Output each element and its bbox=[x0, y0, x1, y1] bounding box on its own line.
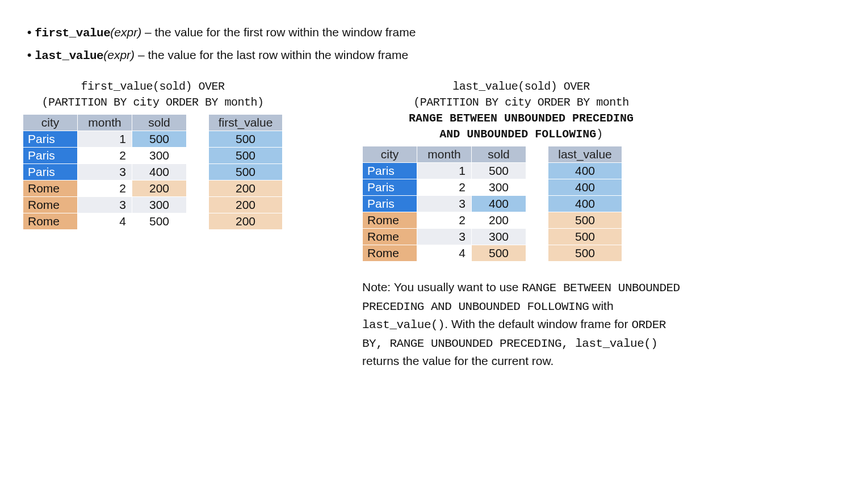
cell-value: 500 bbox=[209, 164, 283, 181]
table-row: Rome3300 bbox=[363, 229, 526, 245]
cell-month: 3 bbox=[78, 164, 132, 181]
cell-value: 200 bbox=[209, 213, 283, 230]
note-code: RANGE UNBOUNDED PRECEDING bbox=[389, 337, 561, 350]
col-value: last_value bbox=[548, 146, 622, 163]
table-row: 500 bbox=[209, 164, 283, 181]
cell-city: Paris bbox=[363, 163, 417, 179]
caption-line-emph: RANGE BETWEEN UNBOUNDED PRECEDING bbox=[409, 112, 634, 125]
cell-sold: 400 bbox=[132, 164, 187, 181]
cell-value: 200 bbox=[209, 197, 283, 213]
col-month: month bbox=[78, 115, 132, 131]
note-code: last_value() bbox=[575, 337, 657, 350]
table-header-row: city month sold bbox=[23, 115, 187, 131]
cell-value: 500 bbox=[209, 131, 283, 148]
first-value-example: first_value(sold) OVER (PARTITION BY cit… bbox=[23, 79, 283, 230]
note-text: Note: You usually want to use bbox=[362, 280, 522, 293]
table-row: Paris3400 bbox=[23, 164, 187, 181]
function-name: last_value bbox=[35, 49, 103, 62]
cell-month: 2 bbox=[78, 181, 132, 197]
result-table: first_value 500500500200200200 bbox=[208, 114, 283, 230]
cell-month: 1 bbox=[78, 131, 132, 148]
table-row: Rome4500 bbox=[23, 213, 187, 230]
col-city: city bbox=[363, 146, 417, 163]
col-sold: sold bbox=[132, 115, 187, 131]
cell-month: 2 bbox=[417, 179, 472, 196]
definition-list: first_value(expr) – the value for the fi… bbox=[27, 23, 845, 65]
table-row: 500 bbox=[209, 148, 283, 164]
table-header-row: first_value bbox=[209, 115, 283, 131]
note-text: returns the value for the current row. bbox=[362, 354, 553, 367]
caption-line: (PARTITION BY city ORDER BY month) bbox=[41, 96, 263, 109]
table-row: Rome2200 bbox=[363, 212, 526, 229]
cell-city: Paris bbox=[23, 148, 78, 164]
table-row: 500 bbox=[548, 229, 622, 245]
cell-value: 500 bbox=[548, 245, 622, 262]
cell-value: 200 bbox=[209, 181, 283, 197]
caption-line: first_value(sold) OVER bbox=[81, 80, 224, 93]
cell-month: 2 bbox=[78, 148, 132, 164]
table-row: 500 bbox=[548, 212, 622, 229]
cell-sold: 500 bbox=[472, 163, 526, 179]
table-row: 400 bbox=[548, 179, 622, 196]
cell-city: Paris bbox=[363, 179, 417, 196]
note-text: with bbox=[589, 299, 613, 312]
table-row: Paris1500 bbox=[23, 131, 187, 148]
function-name: first_value bbox=[35, 27, 110, 40]
definition-item: last_value(expr) – the value for the las… bbox=[27, 45, 845, 66]
cell-month: 2 bbox=[417, 212, 472, 229]
col-sold: sold bbox=[472, 146, 526, 163]
function-arg: (expr) bbox=[103, 48, 135, 61]
cell-city: Paris bbox=[23, 131, 78, 148]
cell-city: Rome bbox=[363, 229, 417, 245]
cell-sold: 500 bbox=[132, 213, 187, 230]
cell-city: Rome bbox=[363, 212, 417, 229]
input-table: city month sold Paris1500Paris2300Paris3… bbox=[23, 114, 187, 230]
cell-city: Rome bbox=[363, 245, 417, 262]
cell-month: 4 bbox=[417, 245, 472, 262]
col-month: month bbox=[417, 146, 472, 163]
cell-month: 3 bbox=[417, 196, 472, 212]
sql-caption: first_value(sold) OVER (PARTITION BY cit… bbox=[23, 79, 283, 111]
cell-city: Paris bbox=[23, 164, 78, 181]
cell-city: Rome bbox=[23, 197, 78, 213]
cell-city: Rome bbox=[23, 181, 78, 197]
col-value: first_value bbox=[209, 115, 283, 131]
table-row: 200 bbox=[209, 181, 283, 197]
last-value-example: last_value(sold) OVER (PARTITION BY city… bbox=[362, 79, 680, 370]
table-row: 400 bbox=[548, 196, 622, 212]
function-desc: – the value for the first row within the… bbox=[141, 26, 416, 39]
table-row: Rome3300 bbox=[23, 197, 187, 213]
note-text: . With the default window frame for bbox=[445, 317, 631, 330]
cell-month: 1 bbox=[417, 163, 472, 179]
cell-city: Paris bbox=[363, 196, 417, 212]
note-text: , bbox=[561, 337, 575, 350]
cell-value: 400 bbox=[548, 179, 622, 196]
function-arg: (expr) bbox=[110, 26, 141, 39]
note-text: , bbox=[376, 337, 389, 350]
note-paragraph: Note: You usually want to use RANGE BETW… bbox=[362, 279, 680, 370]
cell-value: 400 bbox=[548, 196, 622, 212]
cell-city: Rome bbox=[23, 213, 78, 230]
cell-sold: 500 bbox=[132, 131, 187, 148]
cell-sold: 300 bbox=[132, 148, 187, 164]
table-row: 400 bbox=[548, 163, 622, 179]
cell-month: 4 bbox=[78, 213, 132, 230]
cell-sold: 200 bbox=[132, 181, 187, 197]
cell-sold: 400 bbox=[472, 196, 526, 212]
cell-sold: 300 bbox=[132, 197, 187, 213]
col-city: city bbox=[23, 115, 78, 131]
caption-line-emph: AND UNBOUNDED FOLLOWING bbox=[439, 128, 596, 141]
caption-line: ) bbox=[596, 128, 603, 141]
cell-sold: 200 bbox=[472, 212, 526, 229]
cell-value: 500 bbox=[548, 229, 622, 245]
function-desc: – the value for the last row within the … bbox=[135, 48, 408, 61]
definition-item: first_value(expr) – the value for the fi… bbox=[27, 23, 845, 43]
cell-sold: 300 bbox=[472, 229, 526, 245]
table-row: Paris1500 bbox=[363, 163, 526, 179]
result-table: last_value 400400400500500500 bbox=[548, 146, 622, 262]
table-header-row: last_value bbox=[548, 146, 622, 163]
sql-caption: last_value(sold) OVER (PARTITION BY city… bbox=[362, 79, 680, 142]
cell-month: 3 bbox=[417, 229, 472, 245]
cell-month: 3 bbox=[78, 197, 132, 213]
table-row: 200 bbox=[209, 213, 283, 230]
